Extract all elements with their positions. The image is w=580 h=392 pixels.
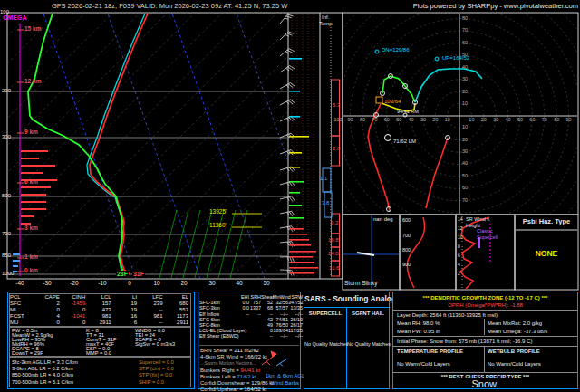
pressure-label: 500 [2,193,11,198]
hodo-ring-label: 100 [334,118,342,123]
mean-wind-label: 103/64 [384,99,401,104]
table-cell: 680 [163,301,189,307]
table-header: CAPE [34,294,59,301]
wetbulb-profile-body: No Warm/Cold Layers [488,361,541,367]
warm-advection-value: 11.6 [329,265,339,271]
warm-advection-value: 18.8 [328,237,339,243]
table-cell: --/-- [273,333,288,339]
storm-motion-row: Bunkers Right = 94/41 kt [200,368,260,374]
table-cell: -1459 [60,301,85,307]
storm-motion-row: Bunkers Left = 71/62 kt [200,374,256,380]
dgz-bottom-label: 11360' [209,223,227,229]
temp-axis-label: 30 [208,281,215,287]
classic-supercell-label-2: Supercell [477,235,498,241]
mixing-ratio-lines [160,210,247,278]
storm-motion-value: 71/62 kt [236,374,256,379]
surface-dewpoint-label: 28F [116,271,129,277]
temp-axis-label: 20 [180,281,187,287]
table-row: SFC2-145915719239680 [10,301,188,307]
hodo-ring-label: 70 [542,118,547,123]
hodo-ring-label: 40 [462,65,468,71]
index-line: 3-6km AGL LR = 6.2 C/km [12,366,78,372]
hodo-ring-label: 70 [372,118,377,123]
hodo-ring-label: 20 [462,138,468,143]
indices-column-3: WNDG = 0.0TEI = 243CAPE = 0SigSvr = 0 m3… [135,329,175,347]
table-row: Eff Shear (EBWD)----/----/-- [199,333,303,339]
pressure-label: 300 [2,134,11,139]
table-cell: Eff Shear (EBWD) [199,333,237,339]
hodo-ring-label: 80 [462,16,468,22]
table-header: EL [163,294,189,301]
hodo-ring-label: 50 [517,118,523,123]
brn-shear-label: BRN Shear = [200,348,233,353]
divider [346,307,347,388]
hodo-ring-label: 90 [348,118,353,123]
hodo-ring-label: 20 [462,90,468,95]
temp-axis-label: 50 [263,281,269,287]
thermo-panel: PCLCAPECINHLCLLILFCELSFC2-14591571923968… [7,292,195,389]
sr-wind-height-label: 14 [458,217,463,222]
hodo-ring-label: 80 [554,118,559,123]
warm-advection-value: 5.3 [333,102,340,108]
sr46-row: 4-6km SR Wind = 166/22 kt [200,354,267,360]
table-cell: 0 [34,307,59,313]
table-cell: 13/35 [288,305,303,311]
table-cell: 239 [137,301,162,307]
hodograph-axes [343,14,577,214]
sr-wind-height-label: 2 [458,272,460,276]
hodo-ring-label: 30 [420,118,426,123]
hodo-ring-label: 60 [462,186,468,191]
inf-temp-label-1: Inf. [322,14,329,20]
indices-column-1: PW = 0.5inMeanW = 2.9g/kgLowRH = 95%MidR… [12,329,53,357]
storm-slinky-title: Storm Slinky [344,281,377,287]
initial-phase: Initial Phase: Snow from: 575 mb (13871 … [397,339,532,344]
right-mover-label: 94/41 RM [397,110,419,115]
sr-wind-height-label: 10 [458,235,463,240]
sars-title: SARS - Sounding Analogs [304,295,389,303]
storm-motion-label: Bunkers Left = [200,374,236,379]
hodo-ring-label: 40 [506,118,511,123]
table-cell: -- [137,320,162,326]
table-cell: --/-- [288,333,303,339]
warm-advection-boxes [332,80,340,276]
cold-advection-value: 1.1 [320,176,327,181]
height-label: 15 km [24,26,41,33]
hodo-ring-label: 10 [469,118,474,123]
sars-hail-header: SGFNT HAIL [347,311,389,316]
pressure-label: 100 [0,9,9,14]
table-cell: 0 [34,320,59,326]
corfidi-downshear-label: DN=129/86 [382,47,410,53]
cold-advection-value: 3.8 [322,200,329,206]
divider [393,310,577,311]
height-label: 6 km [24,179,38,186]
index-line: Supercell = 0.0 [139,359,174,366]
divider [393,346,577,347]
table-cell: FCST [10,313,34,320]
hodo-ring-label: 70 [462,198,468,204]
hodo-ring-label: 10 [462,125,468,130]
sr-wind-height-label: 4 [458,263,460,267]
sars-hail-body: No Quality Matches [347,342,389,348]
indices-column-2: K = 8TT = 31ConvT = 31FmaxT = 40FESP = 0… [86,329,117,357]
height-label: 3 km [24,225,38,232]
divider [484,346,485,372]
table-row: FCST4-1041981169811173 [10,313,188,320]
index-line: Sfc-3km AGL LR = 3.3 C/km [12,359,78,366]
hodo-ring-label: 30 [462,149,468,155]
height-label: 12 km [24,79,41,85]
theta-e-pressure-label: 700 [402,234,411,239]
temp-axis-label: -10 [98,281,106,287]
storm-motion-value: 164/52 kt [243,387,266,392]
hodo-ring-label: 60 [462,41,468,46]
index-line: DownT = 29F [12,351,53,356]
oprh-value: OPRH (Omega*PW*RH): -1.88 [393,302,577,308]
theta-e-pressure-label: 900 [402,263,411,268]
pressure-label: 850 [2,253,11,258]
storm-motion-label: Corfidi Upshear = [200,387,243,392]
hodograph-rings [302,0,580,273]
index-line: 700-500mb LR = 5.1 C/km [12,379,78,386]
warm-advection-value: 24.0 [328,251,339,256]
hodograph-markers [374,50,450,212]
table-row: ML0047319--557 [10,307,188,313]
table-header: PCL [10,294,34,301]
